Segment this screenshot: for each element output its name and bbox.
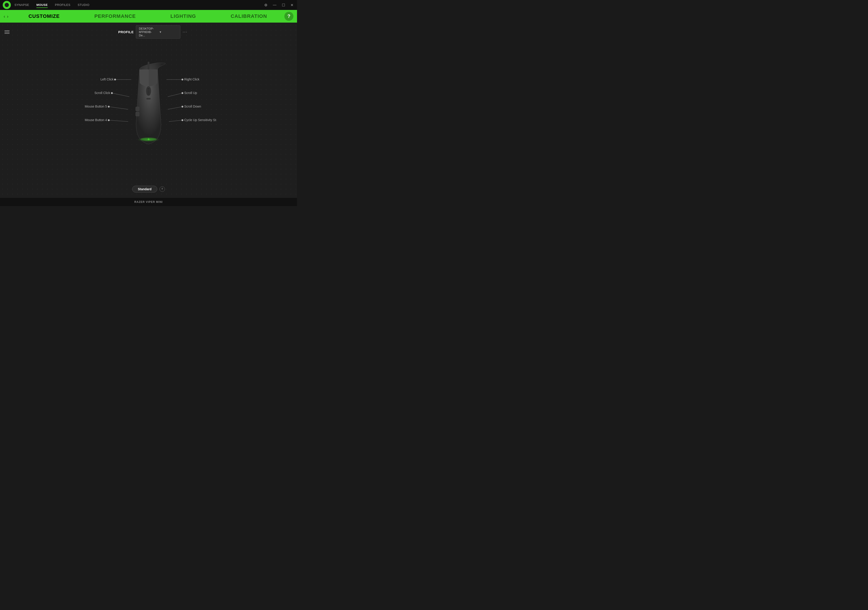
dropdown-arrow: ▼ [159, 31, 177, 34]
svg-line-6 [112, 93, 129, 97]
close-icon[interactable]: ✕ [290, 2, 294, 8]
maximize-icon[interactable]: ☐ [281, 2, 286, 8]
help-button[interactable]: ? [284, 12, 293, 21]
svg-rect-27 [147, 90, 150, 90]
standard-help-button[interactable]: ? [160, 186, 165, 192]
svg-rect-37 [147, 62, 149, 70]
standard-button[interactable]: Standard [132, 186, 157, 192]
svg-text:Scroll Up: Scroll Up [184, 91, 197, 94]
svg-point-11 [108, 119, 110, 121]
tab-performance[interactable]: PERFORMANCE [91, 11, 139, 21]
nav-mouse[interactable]: MOUSE [36, 2, 48, 8]
statusbar: RAZER VIPER MINI [0, 198, 297, 206]
hamburger-menu[interactable] [5, 31, 9, 34]
svg-rect-32 [136, 107, 139, 111]
tab-arrows: ‹ › [4, 14, 8, 19]
svg-text:Mouse Button 5: Mouse Button 5 [85, 105, 107, 108]
svg-line-24 [169, 120, 183, 122]
standard-section: Standard ? [132, 186, 165, 192]
svg-point-14 [181, 79, 183, 81]
svg-point-2 [114, 79, 116, 81]
svg-point-5 [111, 92, 113, 94]
profile-label: PROFILE [118, 30, 134, 34]
nav-profiles[interactable]: PROFILES [55, 2, 70, 8]
svg-point-35 [141, 138, 157, 141]
svg-text:Scroll Click: Scroll Click [95, 91, 110, 94]
tab-customize[interactable]: CUSTOMIZE [25, 11, 63, 21]
profile-more-options[interactable]: ··· [183, 29, 188, 34]
svg-rect-30 [147, 94, 150, 94]
tab-lighting[interactable]: LIGHTING [167, 11, 200, 21]
svg-text:Cycle Up Sensitivity Stages: Cycle Up Sensitivity Stages [184, 118, 216, 122]
nav-studio[interactable]: STUDIO [78, 2, 89, 8]
titlebar: SYNAPSE MOUSE PROFILES STUDIO ⚙ — ☐ ✕ [0, 0, 297, 10]
svg-text:Mouse Button 4: Mouse Button 4 [85, 118, 107, 122]
svg-text:Right Click: Right Click [184, 77, 200, 81]
svg-line-12 [109, 120, 128, 122]
svg-rect-26 [147, 88, 150, 89]
profile-value: DESKTOP-6FP8DIB-De... [139, 27, 157, 37]
svg-point-17 [181, 92, 183, 94]
tab-next-arrow[interactable]: › [7, 14, 9, 19]
svg-line-9 [109, 107, 128, 109]
svg-text:✦: ✦ [147, 137, 150, 142]
svg-text:Scroll Down: Scroll Down [184, 105, 201, 108]
titlebar-nav: SYNAPSE MOUSE PROFILES STUDIO [14, 2, 264, 8]
svg-point-34 [137, 137, 160, 142]
svg-rect-33 [136, 112, 139, 116]
tab-list: CUSTOMIZE PERFORMANCE LIGHTING CALIBRATI… [11, 11, 284, 21]
svg-line-18 [168, 93, 183, 97]
svg-line-21 [168, 107, 183, 109]
nav-synapse[interactable]: SYNAPSE [14, 2, 29, 8]
app-logo [3, 1, 11, 9]
svg-point-20 [181, 106, 183, 108]
device-name: RAZER VIPER MINI [134, 200, 163, 204]
mouse-diagram: Left Click Scroll Click Mouse Button 5 M… [0, 36, 297, 184]
tab-prev-arrow[interactable]: ‹ [4, 14, 5, 19]
window-controls: ⚙ — ☐ ✕ [264, 2, 294, 8]
svg-rect-31 [146, 98, 151, 100]
svg-point-23 [181, 119, 183, 121]
tab-calibration[interactable]: CALIBRATION [227, 11, 271, 21]
settings-icon[interactable]: ⚙ [264, 2, 268, 8]
main-content: PROFILE DESKTOP-6FP8DIB-De... ▼ ··· Left… [0, 23, 297, 198]
tabbar: ‹ › CUSTOMIZE PERFORMANCE LIGHTING CALIB… [0, 10, 297, 23]
mouse-container: Left Click Scroll Click Mouse Button 5 M… [81, 51, 216, 169]
svg-point-25 [146, 86, 151, 96]
minimize-icon[interactable]: — [272, 2, 277, 8]
connector-svg: Left Click Scroll Click Mouse Button 5 M… [81, 51, 216, 169]
svg-rect-28 [147, 91, 150, 91]
svg-text:Left Click: Left Click [100, 77, 114, 81]
svg-point-8 [108, 106, 110, 108]
svg-rect-29 [147, 92, 150, 93]
